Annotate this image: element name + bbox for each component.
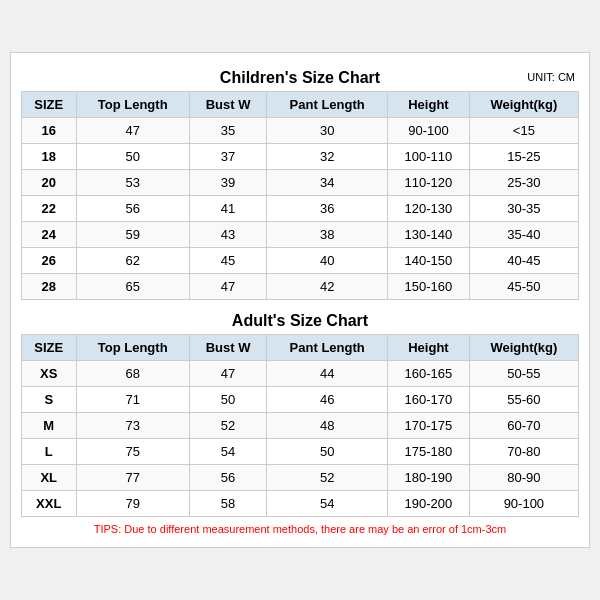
- table-cell: 120-130: [388, 196, 470, 222]
- table-cell: 26: [22, 248, 77, 274]
- table-cell: 45: [189, 248, 266, 274]
- children-header-cell: Pant Length: [267, 92, 388, 118]
- children-header-row: SIZETop LengthBust WPant LengthHeightWei…: [22, 92, 579, 118]
- table-cell: 32: [267, 144, 388, 170]
- table-cell: 44: [267, 361, 388, 387]
- table-cell: 55-60: [469, 387, 578, 413]
- table-cell: 46: [267, 387, 388, 413]
- table-cell: 170-175: [388, 413, 470, 439]
- table-row: 20533934110-12025-30: [22, 170, 579, 196]
- table-cell: 58: [189, 491, 266, 517]
- table-row: XS684744160-16550-55: [22, 361, 579, 387]
- unit-label: UNIT: CM: [527, 71, 575, 83]
- table-cell: 65: [76, 274, 189, 300]
- adult-table-body: XS684744160-16550-55S715046160-17055-60M…: [22, 361, 579, 517]
- table-cell: 42: [267, 274, 388, 300]
- table-cell: 47: [76, 118, 189, 144]
- children-header-cell: SIZE: [22, 92, 77, 118]
- table-cell: 37: [189, 144, 266, 170]
- table-cell: 45-50: [469, 274, 578, 300]
- table-cell: 24: [22, 222, 77, 248]
- table-cell: 28: [22, 274, 77, 300]
- table-cell: 73: [76, 413, 189, 439]
- table-cell: 30: [267, 118, 388, 144]
- table-cell: 54: [189, 439, 266, 465]
- table-cell: 34: [267, 170, 388, 196]
- table-cell: 160-165: [388, 361, 470, 387]
- adult-size-table: SIZETop LengthBust WPant LengthHeightWei…: [21, 334, 579, 517]
- table-cell: 100-110: [388, 144, 470, 170]
- table-cell: 150-160: [388, 274, 470, 300]
- table-cell: 130-140: [388, 222, 470, 248]
- table-cell: 68: [76, 361, 189, 387]
- table-cell: 40-45: [469, 248, 578, 274]
- table-cell: 36: [267, 196, 388, 222]
- table-cell: XL: [22, 465, 77, 491]
- table-cell: <15: [469, 118, 578, 144]
- table-cell: 52: [189, 413, 266, 439]
- children-header-cell: Top Length: [76, 92, 189, 118]
- table-cell: 47: [189, 361, 266, 387]
- table-cell: XS: [22, 361, 77, 387]
- table-cell: 16: [22, 118, 77, 144]
- children-title-text: Children's Size Chart: [220, 69, 380, 86]
- table-row: L755450175-18070-80: [22, 439, 579, 465]
- table-cell: 75: [76, 439, 189, 465]
- table-cell: 20: [22, 170, 77, 196]
- table-row: 1647353090-100<15: [22, 118, 579, 144]
- children-header-cell: Bust W: [189, 92, 266, 118]
- table-cell: 71: [76, 387, 189, 413]
- table-cell: M: [22, 413, 77, 439]
- table-row: 18503732100-11015-25: [22, 144, 579, 170]
- table-cell: 52: [267, 465, 388, 491]
- adult-header-cell: Weight(kg): [469, 335, 578, 361]
- table-cell: 50: [189, 387, 266, 413]
- table-cell: 60-70: [469, 413, 578, 439]
- table-cell: 40: [267, 248, 388, 274]
- table-row: S715046160-17055-60: [22, 387, 579, 413]
- table-cell: L: [22, 439, 77, 465]
- children-header-cell: Weight(kg): [469, 92, 578, 118]
- table-cell: 50-55: [469, 361, 578, 387]
- adult-title-text: Adult's Size Chart: [232, 312, 368, 329]
- table-cell: 90-100: [469, 491, 578, 517]
- table-cell: 77: [76, 465, 189, 491]
- table-cell: 22: [22, 196, 77, 222]
- table-cell: 54: [267, 491, 388, 517]
- adult-header-cell: Pant Length: [267, 335, 388, 361]
- table-cell: 50: [76, 144, 189, 170]
- table-cell: 48: [267, 413, 388, 439]
- adult-header-row: SIZETop LengthBust WPant LengthHeightWei…: [22, 335, 579, 361]
- adult-header-cell: Top Length: [76, 335, 189, 361]
- children-header-cell: Height: [388, 92, 470, 118]
- table-cell: 35-40: [469, 222, 578, 248]
- adult-chart-title: Adult's Size Chart: [21, 306, 579, 334]
- table-row: 24594338130-14035-40: [22, 222, 579, 248]
- adult-header-cell: SIZE: [22, 335, 77, 361]
- table-row: M735248170-17560-70: [22, 413, 579, 439]
- table-cell: 53: [76, 170, 189, 196]
- adult-header-cell: Bust W: [189, 335, 266, 361]
- table-cell: 59: [76, 222, 189, 248]
- table-cell: 62: [76, 248, 189, 274]
- table-row: 22564136120-13030-35: [22, 196, 579, 222]
- table-cell: 180-190: [388, 465, 470, 491]
- table-cell: 25-30: [469, 170, 578, 196]
- children-size-table: SIZETop LengthBust WPant LengthHeightWei…: [21, 91, 579, 300]
- table-cell: 38: [267, 222, 388, 248]
- table-cell: 190-200: [388, 491, 470, 517]
- table-cell: S: [22, 387, 77, 413]
- table-cell: 15-25: [469, 144, 578, 170]
- table-cell: 18: [22, 144, 77, 170]
- table-row: 26624540140-15040-45: [22, 248, 579, 274]
- table-row: XXL795854190-20090-100: [22, 491, 579, 517]
- table-cell: 47: [189, 274, 266, 300]
- table-row: 28654742150-16045-50: [22, 274, 579, 300]
- table-cell: 41: [189, 196, 266, 222]
- table-cell: 39: [189, 170, 266, 196]
- table-cell: XXL: [22, 491, 77, 517]
- table-cell: 110-120: [388, 170, 470, 196]
- table-row: XL775652180-19080-90: [22, 465, 579, 491]
- table-cell: 70-80: [469, 439, 578, 465]
- table-cell: 80-90: [469, 465, 578, 491]
